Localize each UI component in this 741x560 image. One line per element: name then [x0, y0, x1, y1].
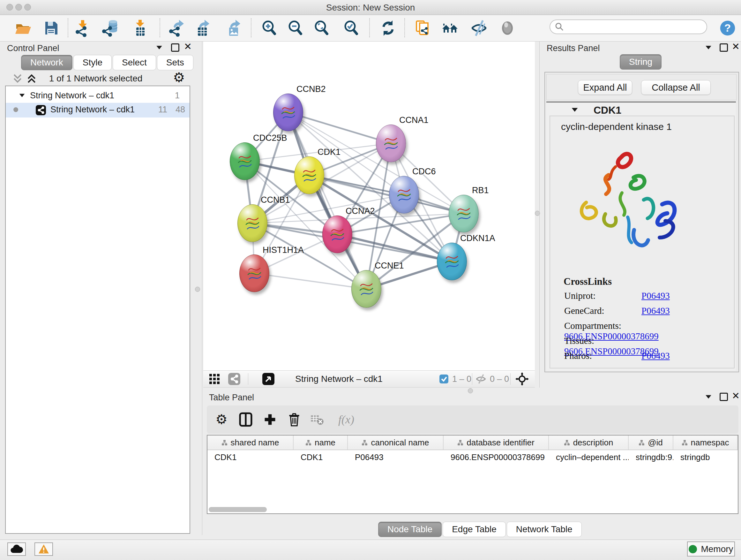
float-panel-icon[interactable]: [720, 393, 728, 401]
birdseye-toggle-button[interactable]: [209, 371, 220, 387]
zoom-selected-button[interactable]: [341, 17, 361, 39]
export-table-button[interactable]: [193, 17, 213, 39]
column-header--id[interactable]: @id: [629, 435, 673, 449]
gene-description: cyclin-dependent kinase 1: [561, 121, 672, 132]
warning-icon: [38, 544, 50, 554]
float-panel-icon[interactable]: [171, 44, 179, 52]
column-header-canonical-name[interactable]: canonical name: [348, 435, 444, 449]
tab-node-table[interactable]: Node Table: [378, 522, 442, 537]
hidden-toggle-button[interactable]: [475, 371, 487, 387]
search-input[interactable]: [564, 22, 699, 32]
export-network-button[interactable]: [166, 17, 187, 39]
node-CCNE1[interactable]: [351, 270, 381, 308]
tab-string[interactable]: String: [620, 54, 662, 70]
float-panel-icon[interactable]: [720, 44, 728, 52]
tab-style[interactable]: Style: [73, 55, 112, 70]
column-header-shared-name[interactable]: shared name: [207, 435, 293, 449]
pan-mode-button[interactable]: [515, 371, 529, 387]
network-overview-button[interactable]: [228, 371, 240, 387]
home-button[interactable]: [440, 17, 460, 39]
zoom-fit-button[interactable]: [312, 17, 332, 39]
panel-menu-icon[interactable]: [705, 46, 711, 49]
tab-sets[interactable]: Sets: [157, 55, 193, 70]
node-RB1[interactable]: [449, 195, 479, 233]
node-HIST1H1A[interactable]: [239, 254, 269, 292]
column-header-namespac[interactable]: namespac: [673, 435, 738, 449]
delete-column-button[interactable]: [284, 409, 305, 430]
hide-unhide-button[interactable]: [469, 17, 489, 39]
table-settings-button[interactable]: ⚙: [211, 409, 232, 430]
node-CDKN1A[interactable]: [437, 243, 467, 280]
panel-divider: [202, 42, 202, 535]
left-splitter-handle[interactable]: [195, 287, 200, 292]
network-edge-CCNB2-CCNA1[interactable]: [288, 112, 391, 143]
column-attribute-icon: [306, 440, 312, 446]
search-box[interactable]: [549, 19, 707, 34]
string-import-button[interactable]: [413, 17, 433, 39]
column-header-name[interactable]: name: [293, 435, 348, 449]
crosslink-link[interactable]: P06493: [642, 306, 670, 316]
footer-separator: [510, 373, 511, 385]
zoom-out-button[interactable]: [285, 17, 306, 39]
network-canvas[interactable]: CCNB2CCNA1CDC25BCDK1CDC6RB1CCNB1CCNA2CDK…: [203, 42, 535, 370]
network-row-selected[interactable]: String Network – cdk1 11 48: [6, 103, 190, 118]
panel-menu-icon[interactable]: [705, 395, 711, 398]
node-CDC6[interactable]: [389, 176, 419, 213]
tree-expand-icon[interactable]: [19, 94, 25, 98]
import-network-file-button[interactable]: [73, 17, 93, 39]
save-session-button[interactable]: [41, 17, 61, 39]
help-button[interactable]: ?: [718, 17, 738, 39]
section-collapse-icon[interactable]: [572, 108, 578, 112]
node-count: 11: [158, 105, 167, 115]
node-CCNB2[interactable]: [273, 94, 303, 131]
close-panel-icon[interactable]: ✕: [732, 44, 740, 50]
import-table-file-button[interactable]: [130, 17, 150, 39]
expand-all-icon[interactable]: [26, 73, 37, 84]
panel-menu-icon[interactable]: [156, 46, 162, 49]
node-CCNA1[interactable]: [376, 125, 406, 162]
refresh-view-button[interactable]: [378, 17, 398, 39]
crosslink-link[interactable]: P06493: [642, 291, 670, 301]
column-header-description[interactable]: description: [549, 435, 629, 449]
save-floppy-icon: [42, 19, 60, 37]
create-column-button[interactable]: [260, 409, 280, 430]
glass-ball-button[interactable]: [497, 17, 518, 39]
selected-checkbox[interactable]: [440, 371, 448, 387]
network-collection-row[interactable]: String Network – cdk1 1: [6, 89, 190, 104]
table-row[interactable]: CDK1CDK1P064939606.ENSP00000378699cyclin…: [207, 450, 738, 464]
warnings-button[interactable]: [35, 543, 53, 556]
column-header-label: description: [573, 438, 613, 448]
close-panel-icon[interactable]: ✕: [184, 44, 192, 50]
table-horizontal-scrollbar[interactable]: [209, 507, 267, 512]
node-CCNA2[interactable]: [322, 215, 352, 253]
collapse-all-icon[interactable]: [12, 73, 23, 84]
zoom-in-button[interactable]: [259, 17, 280, 39]
export-image-button[interactable]: [224, 17, 244, 39]
tab-network[interactable]: Network: [21, 55, 72, 70]
memory-button[interactable]: Memory: [687, 542, 735, 557]
expand-all-button[interactable]: Expand All: [578, 80, 632, 95]
open-session-button[interactable]: [12, 17, 33, 39]
column-header-database-identifier[interactable]: database identifier: [444, 435, 549, 449]
crosslink-link[interactable]: P06493: [642, 351, 670, 361]
tab-edge-table[interactable]: Edge Table: [443, 522, 506, 537]
node-CDK1[interactable]: [294, 157, 324, 194]
node-CCNB1[interactable]: [238, 204, 267, 242]
column-header-label: database identifier: [467, 438, 534, 448]
current-network-dot-icon: [13, 107, 18, 112]
network-edge-CCNE1-HIST1H1A[interactable]: [254, 273, 366, 289]
network-edge-CCNB2-CCNE1[interactable]: [288, 112, 366, 289]
import-network-database-button[interactable]: [100, 17, 121, 39]
cloud-status-button[interactable]: [7, 543, 26, 556]
network-options-gear-icon[interactable]: ⚙: [173, 71, 185, 84]
collapse-all-button[interactable]: Collapse All: [641, 80, 711, 95]
show-columns-button[interactable]: [235, 409, 256, 430]
memory-label: Memory: [701, 544, 733, 554]
tab-network-table[interactable]: Network Table: [507, 522, 582, 537]
close-panel-icon[interactable]: ✕: [732, 393, 740, 399]
tab-select[interactable]: Select: [113, 55, 156, 70]
detach-view-button[interactable]: [262, 371, 274, 387]
node-CDC25B[interactable]: [230, 142, 260, 180]
zoom-in-icon: [260, 19, 278, 37]
network-view-footer: String Network – cdk1 1 – 0 0 – 0: [203, 370, 535, 388]
